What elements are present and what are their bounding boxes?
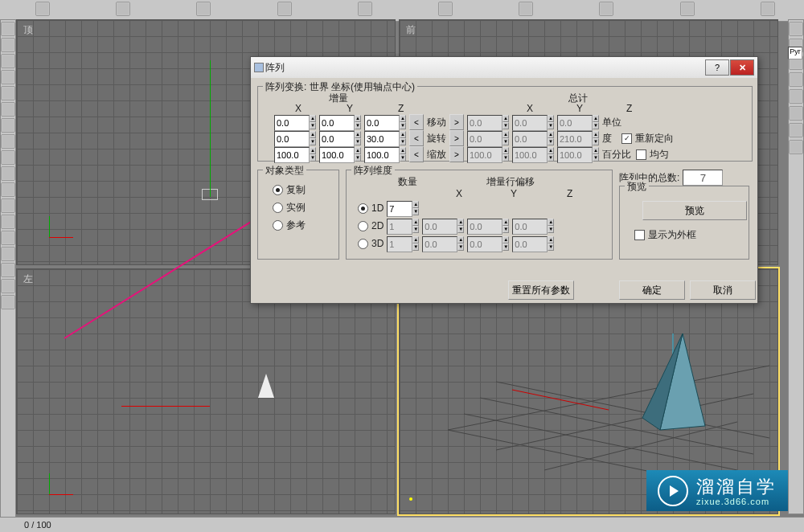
z-label: Z [398, 103, 404, 114]
panel-button[interactable] [789, 106, 803, 121]
tool-button[interactable] [1, 247, 15, 261]
rotate-z-inc[interactable]: ▲▼ [364, 131, 406, 145]
help-button[interactable]: ? [705, 59, 729, 76]
radio-copy[interactable]: 复制 [273, 183, 306, 197]
swap-right-icon[interactable]: > [449, 114, 464, 130]
viewport-label: 左 [23, 272, 33, 286]
3d-count[interactable]: ▲▼ [387, 236, 419, 251]
scale-y-tot[interactable]: ▲▼ [512, 147, 554, 162]
radio-2d[interactable]: 2D [358, 220, 384, 231]
uniform-checkbox[interactable]: 均匀 [636, 148, 669, 162]
object-type-group: 对象类型 复制 实例 参考 [257, 170, 339, 260]
tool-button[interactable] [1, 279, 15, 293]
reset-button[interactable]: 重置所有参数 [508, 280, 574, 300]
radio-3d[interactable]: 3D [358, 238, 384, 249]
3d-z[interactable]: ▲▼ [512, 236, 554, 251]
move-z-tot[interactable]: ▲▼ [557, 115, 599, 129]
3d-x[interactable]: ▲▼ [422, 236, 464, 251]
3d-y[interactable]: ▲▼ [467, 236, 509, 251]
wireframe-checkbox[interactable]: 显示为外框 [634, 228, 696, 242]
row-rotate: ▲▼ ▲▼ ▲▼ < 旋转 > ▲▼ ▲▼ ▲▼ 度 重新定向 [274, 130, 674, 146]
toolbar-button[interactable] [680, 2, 695, 16]
2d-count[interactable]: ▲▼ [387, 219, 419, 233]
toolbar-button[interactable] [35, 2, 50, 16]
rotate-y-inc[interactable]: ▲▼ [319, 131, 361, 145]
scale-x-inc[interactable]: ▲▼ [274, 147, 316, 162]
play-icon [658, 476, 688, 506]
tool-button[interactable] [1, 295, 15, 309]
tool-button[interactable] [1, 54, 15, 68]
2d-x[interactable]: ▲▼ [422, 219, 464, 233]
scale-unit: 百分比 [602, 148, 631, 162]
radio-1d[interactable]: 1D [358, 203, 384, 214]
radio-reference[interactable]: 参考 [273, 219, 306, 232]
cursor-icon[interactable] [789, 22, 803, 36]
tool-button[interactable] [1, 198, 15, 213]
move-y-inc[interactable]: ▲▼ [319, 115, 361, 129]
swap-right-icon[interactable]: > [449, 146, 464, 162]
tool-button[interactable] [1, 118, 15, 133]
tool-button[interactable] [1, 166, 15, 181]
radio-instance[interactable]: 实例 [273, 201, 306, 215]
tool-button[interactable] [1, 215, 15, 229]
move-z-inc[interactable]: ▲▼ [364, 115, 406, 129]
panel-button[interactable] [789, 89, 803, 104]
toolbar-button[interactable] [196, 2, 211, 16]
move-x-tot[interactable]: ▲▼ [467, 115, 509, 129]
type-field[interactable]: Pyr [788, 47, 802, 59]
tool-button[interactable] [1, 150, 15, 165]
dialog-titlebar[interactable]: 阵列 ? ✕ [251, 57, 757, 78]
frame-counter: 0 / 100 [24, 520, 51, 530]
cancel-button[interactable]: 取消 [690, 280, 756, 300]
close-button[interactable]: ✕ [730, 59, 754, 76]
z-label: Z [567, 188, 572, 199]
2d-z[interactable]: ▲▼ [512, 219, 554, 233]
toolbar-button[interactable] [599, 2, 613, 16]
watermark: 溜溜自学 zixue.3d66.com [646, 470, 788, 511]
scale-z-inc[interactable]: ▲▼ [364, 147, 406, 162]
swap-left-icon[interactable]: < [409, 114, 424, 130]
panel-button[interactable] [789, 140, 803, 154]
swap-left-icon[interactable]: < [409, 130, 424, 146]
preview-button[interactable]: 预览 [642, 201, 747, 220]
preview-title: 预览 [625, 180, 649, 194]
toolbar-button[interactable] [438, 2, 453, 16]
ok-button[interactable]: 确定 [619, 280, 685, 300]
panel-button[interactable] [789, 123, 803, 137]
tool-button[interactable] [1, 231, 15, 245]
increment-label: 增量 [329, 92, 348, 105]
rotate-y-tot[interactable]: ▲▼ [512, 131, 554, 145]
rotate-x-inc[interactable]: ▲▼ [274, 131, 316, 145]
toolbar-button[interactable] [277, 2, 292, 16]
2d-y[interactable]: ▲▼ [467, 219, 509, 233]
scale-x-tot[interactable]: ▲▼ [467, 147, 509, 162]
toolbar-button[interactable] [358, 2, 372, 16]
tool-button[interactable] [1, 38, 15, 52]
swap-left-icon[interactable]: < [409, 146, 424, 162]
move-x-inc[interactable]: ▲▼ [274, 115, 316, 129]
y-axis [121, 406, 210, 407]
toolbar-button[interactable] [116, 2, 130, 16]
toolbar-button[interactable] [761, 2, 775, 16]
tool-button[interactable] [1, 86, 15, 100]
z-axis-gizmo [49, 473, 50, 494]
scale-z-tot[interactable]: ▲▼ [557, 147, 599, 162]
tool-button[interactable] [1, 70, 15, 84]
tool-button[interactable] [1, 22, 15, 36]
swap-right-icon[interactable]: > [449, 130, 464, 146]
rotate-z-tot[interactable]: ▲▼ [557, 131, 599, 145]
rotate-x-tot[interactable]: ▲▼ [467, 131, 509, 145]
1d-count[interactable]: ▲▼ [387, 201, 419, 215]
dialog-title: 阵列 [254, 61, 705, 75]
panel-button[interactable] [789, 72, 803, 87]
reorient-checkbox[interactable]: 重新定向 [621, 132, 674, 145]
tool-button[interactable] [1, 134, 15, 149]
scale-y-inc[interactable]: ▲▼ [319, 147, 361, 162]
array-dialog: 阵列 ? ✕ 阵列变换: 世界 坐标(使用轴点中心) 增量 总计 X Y Z X… [250, 56, 758, 304]
tool-button[interactable] [1, 263, 15, 277]
toolbar-button[interactable] [519, 2, 533, 16]
viewport-left[interactable]: 左 [16, 268, 396, 514]
move-y-tot[interactable]: ▲▼ [512, 115, 554, 129]
tool-button[interactable] [1, 182, 15, 197]
tool-button[interactable] [1, 102, 15, 117]
